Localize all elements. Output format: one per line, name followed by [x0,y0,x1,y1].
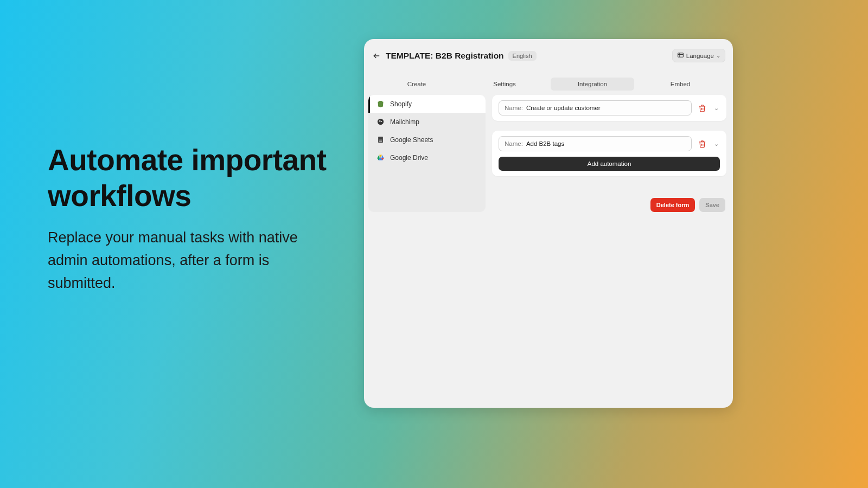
tab-integration[interactable]: Integration [551,78,634,91]
language-selector-label: Language [686,53,714,59]
svg-point-5 [379,120,381,122]
automation-name-input[interactable] [526,140,686,147]
sidebar-item-label: Google Drive [390,154,428,162]
automation-card: Name: ⌄ [492,95,726,121]
svg-rect-7 [378,137,383,143]
language-selector[interactable]: Language ⌄ [672,49,725,62]
svg-marker-13 [381,155,384,158]
automation-name-field[interactable]: Name: [499,100,692,115]
marketing-headline: Automate important workflows [48,142,341,214]
name-label: Name: [505,140,523,147]
admin-header: TEMPLATE: B2B Registration English Langu… [364,39,733,62]
shopify-icon [376,100,385,108]
trash-icon[interactable] [697,139,707,149]
sidebar-item-shopify[interactable]: Shopify [368,95,486,113]
svg-rect-9 [379,140,382,140]
svg-point-4 [378,119,384,125]
tab-embed[interactable]: Embed [639,78,722,91]
svg-rect-1 [678,53,683,57]
tab-create[interactable]: Create [375,78,458,91]
marketing-subhead: Replace your manual tasks with native ad… [48,227,341,295]
name-label: Name: [505,105,523,111]
tabs: Create Settings Integration Embed [364,62,733,95]
automation-name-field[interactable]: Name: [499,136,692,151]
sidebar-item-label: Shopify [390,100,412,108]
chevron-down-icon: ⌄ [716,53,720,59]
sidebar-item-google-drive[interactable]: Google Drive [368,149,486,166]
svg-rect-8 [379,139,382,139]
automation-name-input[interactable] [526,105,686,111]
globe-icon [677,52,684,60]
chevron-down-icon[interactable]: ⌄ [712,140,720,147]
mailchimp-icon [376,118,385,126]
admin-window: TEMPLATE: B2B Registration English Langu… [364,39,733,408]
language-badge: English [508,51,537,61]
integration-sidebar: Shopify Mailchimp Google Sheets Google D… [368,95,486,212]
tab-settings[interactable]: Settings [463,78,546,91]
svg-rect-10 [379,141,382,142]
sidebar-item-google-sheets[interactable]: Google Sheets [368,131,486,149]
sidebar-item-label: Google Sheets [390,136,433,144]
sidebar-item-mailchimp[interactable]: Mailchimp [368,113,486,131]
add-automation-button[interactable]: Add automation [499,157,720,171]
back-arrow-icon[interactable] [372,51,381,61]
delete-form-button[interactable]: Delete form [650,198,695,212]
automation-card: Name: ⌄ Add automation [492,131,726,176]
google-sheets-icon [376,136,385,144]
page-title: TEMPLATE: B2B Registration [386,51,504,61]
main-panel: Name: ⌄ Name: ⌄ [492,95,726,212]
chevron-down-icon[interactable]: ⌄ [712,105,720,112]
footer-actions: Delete form Save [492,198,726,212]
save-button[interactable]: Save [699,198,725,212]
sidebar-item-label: Mailchimp [390,118,419,126]
svg-marker-12 [379,155,382,157]
svg-point-6 [381,121,382,122]
google-drive-icon [376,153,385,162]
svg-marker-14 [377,155,379,158]
trash-icon[interactable] [697,103,707,113]
